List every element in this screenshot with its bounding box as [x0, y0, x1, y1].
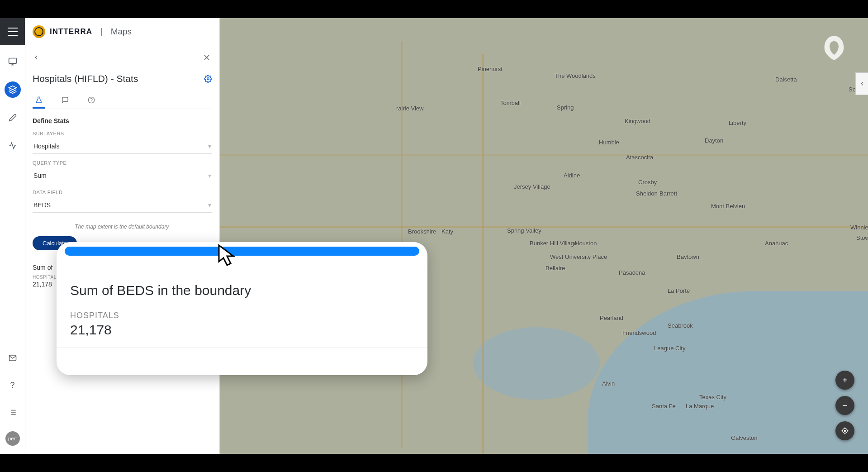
list-icon[interactable]: [5, 404, 21, 420]
map-dim-overlay: [220, 18, 868, 454]
zoom-out-button[interactable]: −: [835, 396, 854, 415]
chevron-down-icon: ▾: [208, 201, 211, 209]
section-heading: Define Stats: [33, 117, 212, 124]
svg-point-13: [207, 78, 209, 80]
side-panel: INTTERRA | Maps Hospitals (HIFLD) - Stat…: [25, 18, 220, 454]
pencil-icon[interactable]: [5, 110, 21, 126]
gear-icon[interactable]: [204, 75, 212, 83]
popout-title: Sum of BEDS in the boundary: [70, 283, 414, 298]
sublayers-label: SUBLAYERS: [33, 131, 212, 136]
chevron-down-icon: ▾: [208, 143, 211, 150]
hint-text: The map extent is the default boundary.: [33, 223, 212, 231]
data-field-label: DATA FIELD: [33, 190, 212, 195]
tab-help-icon[interactable]: [85, 92, 98, 109]
help-icon[interactable]: ?: [5, 377, 21, 393]
tab-chat-icon[interactable]: [59, 92, 71, 109]
app-header: INTTERRA | Maps: [25, 18, 219, 45]
popout-label: HOSPITALS: [70, 311, 414, 320]
locate-button[interactable]: [835, 421, 854, 440]
layers-icon[interactable]: [5, 81, 21, 98]
query-type-label: QUERY TYPE: [33, 160, 212, 166]
watermark-logo-icon: [818, 32, 850, 59]
svg-rect-0: [9, 58, 16, 64]
menu-icon[interactable]: [8, 28, 18, 36]
logo-icon: [33, 25, 45, 38]
chevron-down-icon: ▾: [208, 172, 211, 179]
query-type-select[interactable]: Sum ▾: [33, 168, 212, 183]
popout-value: 21,178: [70, 322, 414, 338]
header-section: Maps: [111, 27, 132, 37]
map-canvas[interactable]: + − PinehurstThe WoodlandsTomballSpringK…: [220, 18, 868, 454]
left-icon-bar: ? perf: [0, 18, 25, 454]
close-icon[interactable]: [202, 53, 211, 62]
mail-icon[interactable]: [5, 350, 21, 366]
back-chevron-icon[interactable]: [33, 54, 40, 61]
analytics-icon[interactable]: [5, 138, 21, 154]
result-popout: Sum of BEDS in the boundary HOSPITALS 21…: [57, 242, 427, 375]
svg-marker-3: [9, 86, 16, 90]
perf-badge[interactable]: perf: [5, 431, 20, 446]
brand-name: INTTERRA: [50, 27, 92, 36]
zoom-in-button[interactable]: +: [835, 371, 854, 390]
sublayers-select[interactable]: Hospitals ▾: [33, 139, 212, 154]
monitor-icon[interactable]: [5, 53, 21, 70]
right-panel-collapse[interactable]: [855, 72, 868, 95]
svg-point-18: [844, 430, 846, 432]
data-field-select[interactable]: BEDS ▾: [33, 198, 212, 213]
popout-accent-bar: [65, 247, 419, 256]
tab-flask-icon[interactable]: [33, 92, 45, 109]
panel-title: Hospitals (HIFLD) - Stats: [33, 73, 138, 84]
